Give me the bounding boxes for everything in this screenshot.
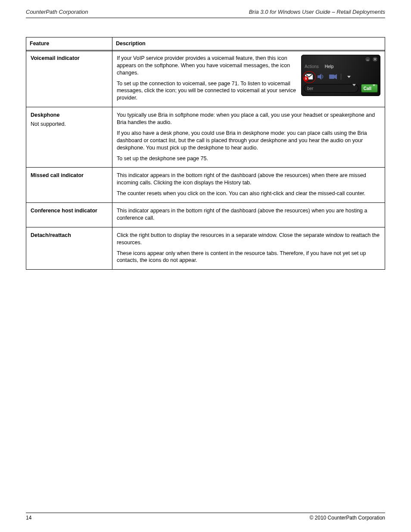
col-header-feature: Feature — [26, 37, 112, 50]
table-header-row: Feature Description — [26, 37, 385, 50]
description-text: This indicator appears in the bottom rig… — [117, 207, 380, 222]
footer-rule — [26, 513, 385, 513]
header-running-title: Bria 3.0 for Windows User Guide – Retail… — [249, 9, 385, 15]
svg-marker-6 — [334, 74, 337, 79]
chevron-down-icon[interactable] — [352, 86, 356, 92]
call-button-label: Call — [364, 86, 371, 92]
menu-item-actions[interactable]: Actions — [305, 64, 319, 70]
feature-title: Voicemail indicator — [31, 55, 80, 61]
dial-input-text: ber — [307, 86, 313, 92]
col-header-description: Description — [112, 37, 385, 50]
feature-title: Missed call indicator — [31, 172, 84, 178]
description-text: You typically use Bria in softphone mode… — [117, 112, 380, 126]
table-row: Detach/reattach Click the right button t… — [26, 227, 385, 270]
call-button[interactable]: Call — [361, 84, 378, 93]
header-rule — [26, 18, 385, 18]
table-row: Missed call indicator This indicator app… — [26, 168, 385, 203]
menu-item-help[interactable]: Help — [325, 64, 334, 70]
table-row: Deskphone Not supported. You typically u… — [26, 107, 385, 168]
speaker-icon[interactable] — [317, 73, 325, 81]
page-footer: 14 © 2010 CounterPath Corporation — [26, 513, 385, 521]
minimize-icon[interactable] — [365, 56, 371, 62]
copyright-text: © 2010 CounterPath Corporation — [309, 515, 385, 521]
page-number: 14 — [26, 515, 31, 521]
table-row: Conference host indicator This indicator… — [26, 203, 385, 227]
description-text: If you also have a desk phone, you could… — [117, 130, 380, 152]
feature-subtitle: Not supported. — [31, 121, 108, 128]
feature-title: Detach/reattach — [31, 232, 71, 238]
header-product: CounterPath Corporation — [26, 9, 88, 15]
description-text: These icons appear only when there is co… — [117, 250, 380, 264]
chevron-down-icon[interactable] — [373, 86, 375, 92]
description-text: To set up the deskphone see page 75. — [117, 155, 380, 162]
table-row: Voicemail indicator — [26, 50, 385, 107]
description-text: Click the right button to display the re… — [117, 232, 380, 246]
voicemail-envelope-icon[interactable]: 5 — [305, 73, 313, 81]
feature-table: Feature Description Voicemail indicator — [26, 37, 385, 270]
svg-rect-5 — [329, 75, 334, 79]
feature-title: Deskphone — [31, 112, 59, 118]
close-icon[interactable] — [372, 56, 378, 62]
description-text: This indicator appears in the bottom rig… — [117, 172, 380, 187]
chevron-down-icon[interactable] — [345, 73, 353, 81]
camera-icon[interactable] — [329, 73, 337, 81]
svg-rect-0 — [367, 60, 369, 60]
description-text: The counter resets when you click on the… — [117, 190, 380, 197]
voicemail-screenshot: Actions Help 5 — [301, 55, 380, 96]
dial-input[interactable]: ber — [304, 84, 358, 93]
svg-marker-4 — [318, 74, 321, 80]
feature-title: Conference host indicator — [31, 208, 97, 214]
toolbar-separator — [341, 74, 341, 80]
